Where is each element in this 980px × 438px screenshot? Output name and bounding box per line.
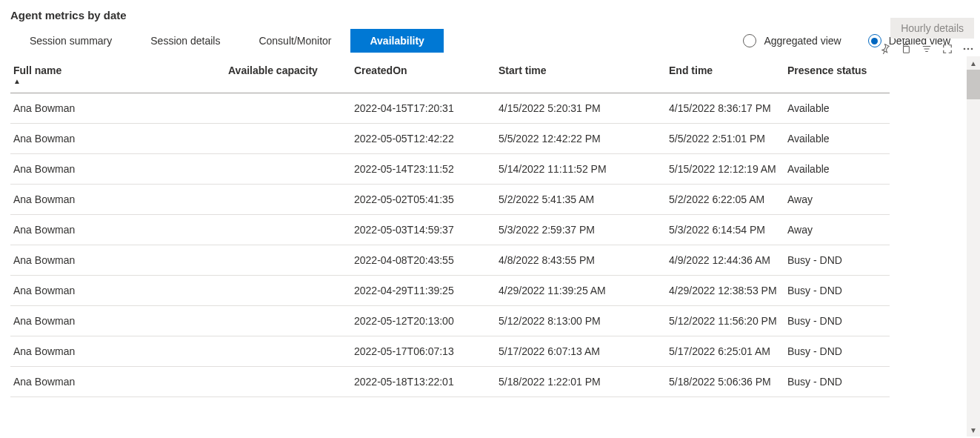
cell-start: 5/14/2022 11:11:52 PM (496, 154, 666, 185)
radio-label: Aggregated view (764, 35, 841, 47)
cell-status: Away (784, 215, 890, 245)
vertical-scrollbar[interactable]: ▲ ▼ (967, 56, 980, 437)
scroll-thumb[interactable] (967, 70, 980, 99)
more-options-icon[interactable] (962, 43, 974, 55)
tab-session-summary[interactable]: Session summary (10, 29, 131, 53)
cell-start: 5/12/2022 8:13:00 PM (496, 306, 666, 336)
tab-availability[interactable]: Availability (350, 29, 443, 53)
svg-point-1 (964, 48, 966, 50)
cell-name: Ana Bowman (10, 215, 225, 245)
pin-icon[interactable] (879, 43, 891, 55)
filter-icon[interactable] (921, 43, 933, 55)
cell-start: 4/8/2022 8:43:55 PM (496, 245, 666, 276)
cell-cap (225, 336, 351, 367)
focus-mode-icon[interactable] (941, 43, 953, 55)
scroll-down-icon[interactable]: ▼ (967, 423, 980, 437)
cell-created: 2022-05-18T13:22:01 (351, 367, 496, 397)
cell-name: Ana Bowman (10, 154, 225, 185)
tab-consult-monitor[interactable]: Consult/Monitor (239, 29, 350, 53)
cell-name: Ana Bowman (10, 185, 225, 215)
cell-name: Ana Bowman (10, 93, 225, 124)
table-row[interactable]: Ana Bowman2022-05-14T23:11:525/14/2022 1… (10, 154, 890, 185)
cell-end: 4/29/2022 12:38:53 PM (666, 276, 784, 306)
cell-end: 5/17/2022 6:25:01 AM (666, 336, 784, 367)
cell-status: Busy - DND (784, 245, 890, 276)
cell-end: 5/5/2022 2:51:01 PM (666, 124, 784, 154)
cell-name: Ana Bowman (10, 245, 225, 276)
cell-created: 2022-05-05T12:42:22 (351, 124, 496, 154)
table-row[interactable]: Ana Bowman2022-05-02T05:41:355/2/2022 5:… (10, 185, 890, 215)
cell-status: Busy - DND (784, 276, 890, 306)
cell-status: Available (784, 93, 890, 124)
column-header-start[interactable]: Start time (496, 56, 666, 93)
copy-icon[interactable] (900, 43, 912, 55)
cell-status: Busy - DND (784, 367, 890, 397)
cell-cap (225, 276, 351, 306)
cell-cap (225, 124, 351, 154)
cell-status: Available (784, 154, 890, 185)
svg-point-2 (967, 48, 970, 50)
cell-cap (225, 185, 351, 215)
table-row[interactable]: Ana Bowman2022-05-12T20:13:005/12/2022 8… (10, 306, 890, 336)
cell-end: 5/12/2022 11:56:20 PM (666, 306, 784, 336)
cell-created: 2022-05-14T23:11:52 (351, 154, 496, 185)
svg-point-3 (971, 48, 973, 50)
cell-created: 2022-04-29T11:39:25 (351, 276, 496, 306)
column-header-cap[interactable]: Available capacity (225, 56, 351, 93)
hourly-details-button[interactable]: Hourly details (890, 18, 974, 39)
cell-cap (225, 215, 351, 245)
cell-cap (225, 245, 351, 276)
cell-end: 4/15/2022 8:36:17 PM (666, 93, 784, 124)
cell-end: 5/2/2022 6:22:05 AM (666, 185, 784, 215)
table-row[interactable]: Ana Bowman2022-04-08T20:43:554/8/2022 8:… (10, 245, 890, 276)
radio-icon (743, 34, 756, 47)
cell-start: 5/3/2022 2:59:37 PM (496, 215, 666, 245)
table-row[interactable]: Ana Bowman2022-05-03T14:59:375/3/2022 2:… (10, 215, 890, 245)
cell-created: 2022-05-17T06:07:13 (351, 336, 496, 367)
cell-cap (225, 367, 351, 397)
cell-name: Ana Bowman (10, 276, 225, 306)
column-header-created[interactable]: CreatedOn (351, 56, 496, 93)
cell-cap (225, 154, 351, 185)
cell-start: 4/15/2022 5:20:31 PM (496, 93, 666, 124)
table-row[interactable]: Ana Bowman2022-05-18T13:22:015/18/2022 1… (10, 367, 890, 397)
cell-name: Ana Bowman (10, 367, 225, 397)
cell-created: 2022-05-02T05:41:35 (351, 185, 496, 215)
table-row[interactable]: Ana Bowman2022-05-05T12:42:225/5/2022 12… (10, 124, 890, 154)
cell-created: 2022-05-03T14:59:37 (351, 215, 496, 245)
cell-created: 2022-04-08T20:43:55 (351, 245, 496, 276)
page-title: Agent metrics by date (0, 6, 980, 26)
cell-start: 5/17/2022 6:07:13 AM (496, 336, 666, 367)
tabs: Session summarySession detailsConsult/Mo… (10, 29, 444, 53)
agent-metrics-table: Full name▲Available capacityCreatedOnSta… (10, 56, 890, 397)
aggregated-view-radio[interactable]: Aggregated view (743, 34, 841, 47)
cell-status: Available (784, 124, 890, 154)
svg-rect-0 (904, 47, 910, 53)
cell-status: Away (784, 185, 890, 215)
cell-end: 5/18/2022 5:06:36 PM (666, 367, 784, 397)
table-row[interactable]: Ana Bowman2022-04-29T11:39:254/29/2022 1… (10, 276, 890, 306)
cell-cap (225, 93, 351, 124)
column-header-end[interactable]: End time (666, 56, 784, 93)
cell-end: 4/9/2022 12:44:36 AM (666, 245, 784, 276)
cell-start: 4/29/2022 11:39:25 AM (496, 276, 666, 306)
cell-status: Busy - DND (784, 306, 890, 336)
cell-name: Ana Bowman (10, 336, 225, 367)
visual-action-bar (879, 43, 974, 55)
cell-start: 5/2/2022 5:41:35 AM (496, 185, 666, 215)
tab-session-details[interactable]: Session details (131, 29, 239, 53)
cell-created: 2022-05-12T20:13:00 (351, 306, 496, 336)
cell-name: Ana Bowman (10, 124, 225, 154)
cell-end: 5/3/2022 6:14:54 PM (666, 215, 784, 245)
table-row[interactable]: Ana Bowman2022-04-15T17:20:314/15/2022 5… (10, 93, 890, 124)
cell-start: 5/5/2022 12:42:22 PM (496, 124, 666, 154)
cell-start: 5/18/2022 1:22:01 PM (496, 367, 666, 397)
scroll-up-icon[interactable]: ▲ (967, 56, 980, 70)
cell-name: Ana Bowman (10, 306, 225, 336)
table-row[interactable]: Ana Bowman2022-05-17T06:07:135/17/2022 6… (10, 336, 890, 367)
column-header-status[interactable]: Presence status (784, 56, 890, 93)
cell-cap (225, 306, 351, 336)
column-header-name[interactable]: Full name▲ (10, 56, 225, 93)
cell-end: 5/15/2022 12:12:19 AM (666, 154, 784, 185)
cell-status: Busy - DND (784, 336, 890, 367)
